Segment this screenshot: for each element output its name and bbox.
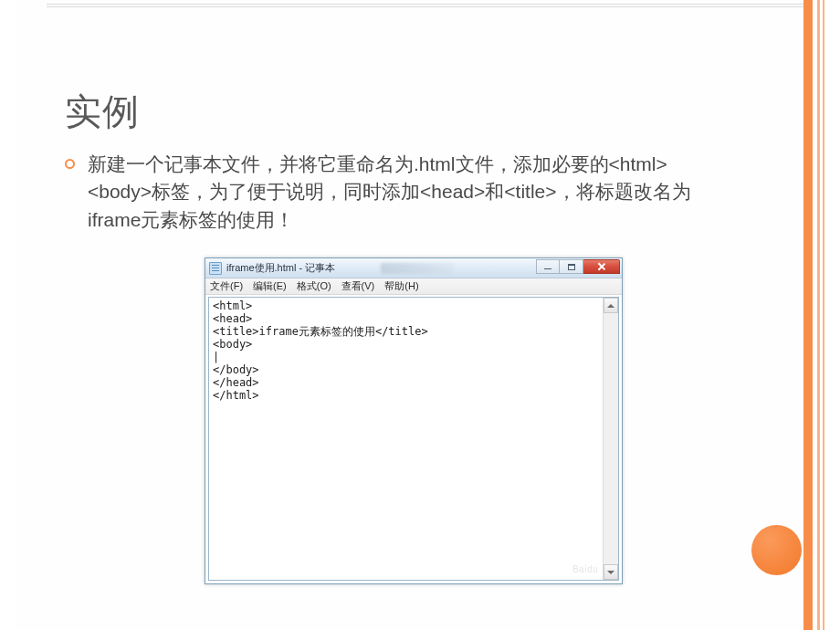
menu-help[interactable]: 帮助(H) [384,279,418,293]
bullet-text: 新建一个记事本文件，并将它重命名为.html文件，添加必要的<html><bod… [88,151,721,234]
slide-content: 实例 新建一个记事本文件，并将它重命名为.html文件，添加必要的<html><… [15,0,803,630]
arrow-down-icon [607,571,614,574]
close-button[interactable] [583,259,620,274]
decorative-circle [751,525,802,575]
slide-title: 实例 [65,87,140,137]
scroll-down-button[interactable] [604,564,618,580]
bullet-item: 新建一个记事本文件，并将它重命名为.html文件，添加必要的<html><bod… [65,151,721,234]
menu-edit[interactable]: 编辑(E) [253,279,287,293]
bullet-list: 新建一个记事本文件，并将它重命名为.html文件，添加必要的<html><bod… [65,151,721,234]
vertical-scrollbar[interactable] [603,298,618,580]
titlebar-blur [381,263,454,274]
maximize-icon [568,264,575,270]
bullet-marker-icon [65,159,75,169]
notepad-menubar: 文件(F) 编辑(E) 格式(O) 查看(V) 帮助(H) [205,278,622,295]
notepad-body: <html> <head> <title>iframe元素标签的使用</titl… [208,297,619,581]
menu-view[interactable]: 查看(V) [341,279,375,293]
right-decorative-border [803,0,840,630]
maximize-button[interactable] [560,259,583,274]
window-control-buttons [536,259,620,274]
minimize-icon [544,268,551,270]
minimize-button[interactable] [536,259,560,274]
notepad-window: iframe使用.html - 记事本 文件(F) 编辑(E) 格式(O) 查看… [205,257,623,584]
scroll-up-button[interactable] [604,298,618,313]
notepad-titlebar: iframe使用.html - 记事本 [205,258,622,278]
top-divider [47,4,803,7]
menu-format[interactable]: 格式(O) [297,279,331,293]
menu-file[interactable]: 文件(F) [210,279,243,293]
border-stripe [803,0,813,630]
notepad-text-content[interactable]: <html> <head> <title>iframe元素标签的使用</titl… [209,298,603,580]
notepad-app-icon [209,262,222,275]
notepad-title-text: iframe使用.html - 记事本 [226,261,335,275]
close-icon [597,262,606,271]
watermark-text: Baidu [572,564,598,574]
border-stripe [823,0,824,630]
arrow-up-icon [607,304,614,308]
